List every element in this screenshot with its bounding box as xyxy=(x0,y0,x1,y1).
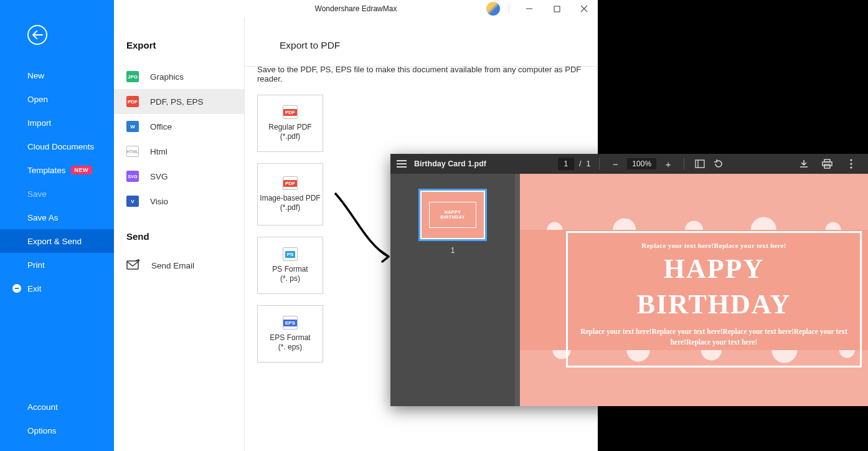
svg-icon: SVG xyxy=(126,171,139,182)
thumbnail-number: 1 xyxy=(451,246,455,255)
visio-icon: V xyxy=(126,196,139,207)
zoom-level[interactable]: 100% xyxy=(627,158,656,169)
svg-point-16 xyxy=(850,159,852,161)
pdf-file-icon: PDF xyxy=(283,105,298,119)
tile-image-based-pdf[interactable]: PDF Image-based PDF(*.pdf) xyxy=(257,163,323,226)
window-buttons xyxy=(486,0,598,17)
pdf-file-icon: PDF xyxy=(283,176,298,190)
cat-svg[interactable]: SVGSVG xyxy=(114,164,244,189)
print-icon[interactable] xyxy=(821,157,834,171)
nav-exit[interactable]: Exit xyxy=(0,277,114,300)
nav-open[interactable]: Open xyxy=(0,87,114,111)
page-number-input[interactable]: 1 xyxy=(558,158,574,170)
fit-page-icon[interactable] xyxy=(693,157,707,171)
ornament-top xyxy=(520,174,868,230)
card-h1: HAPPY xyxy=(579,253,849,285)
export-category-panel: Export JPGGraphics PDFPDF, PS, EPS WOffi… xyxy=(114,17,245,451)
export-to-pdf-heading: Export to PDF xyxy=(245,17,598,51)
nav-options[interactable]: Options xyxy=(0,419,114,442)
ps-file-icon: PS xyxy=(283,247,298,261)
svg-point-18 xyxy=(850,166,852,168)
exit-icon xyxy=(12,284,21,293)
nav-print[interactable]: Print xyxy=(0,253,114,277)
pdf-viewer-window: Birthday Card 1.pdf 1 / 1 − 100% + xyxy=(390,154,868,406)
nav-new[interactable]: New xyxy=(0,64,114,87)
pdf-page-area[interactable]: Replace your text here!Replace your text… xyxy=(515,174,868,406)
page-separator: / xyxy=(579,159,581,168)
send-email[interactable]: Send Email xyxy=(114,253,244,278)
tile-ps-format[interactable]: PS PS Format(*. ps) xyxy=(257,237,323,294)
pdf-thumbnail[interactable]: HAPPYBIRTHDAY xyxy=(418,189,487,241)
nav-save[interactable]: Save xyxy=(0,182,114,206)
cat-pdf-ps-eps[interactable]: PDFPDF, PS, EPS xyxy=(114,89,244,114)
more-icon[interactable] xyxy=(844,157,858,171)
new-badge: NEW xyxy=(71,166,93,174)
page-total: 1 xyxy=(586,159,590,168)
cat-office[interactable]: WOffice xyxy=(114,114,244,139)
sidebar: New Open Import Cloud Documents Template… xyxy=(0,0,114,451)
zoom-out-button[interactable]: − xyxy=(608,157,622,171)
word-icon: W xyxy=(126,121,139,132)
svg-rect-15 xyxy=(824,164,830,168)
hamburger-icon[interactable] xyxy=(397,160,407,168)
nav-account[interactable]: Account xyxy=(0,395,114,419)
svg-point-17 xyxy=(850,163,852,164)
close-button[interactable] xyxy=(570,0,598,17)
cat-html[interactable]: HTMLHtml xyxy=(114,139,244,164)
download-icon[interactable] xyxy=(797,157,811,171)
back-button[interactable] xyxy=(27,25,47,45)
divider xyxy=(245,66,598,67)
svg-rect-1 xyxy=(554,6,560,12)
pdf-filename: Birthday Card 1.pdf xyxy=(414,159,486,168)
eps-file-icon: EPS xyxy=(283,316,298,330)
pdf-thumbnail-panel: HAPPYBIRTHDAY 1 xyxy=(390,174,515,406)
rotate-icon[interactable] xyxy=(712,157,725,171)
export-description: Save to the PDF, PS, EPS file to make th… xyxy=(245,51,598,83)
nav-templates[interactable]: TemplatesNEW xyxy=(0,158,114,182)
svg-rect-10 xyxy=(127,261,138,269)
maximize-button[interactable] xyxy=(543,0,570,17)
pdf-page: Replace your text here!Replace your text… xyxy=(520,174,868,406)
pdf-toolbar: Birthday Card 1.pdf 1 / 1 − 100% + xyxy=(390,154,868,174)
card-top-text: Replace your text here!Replace your text… xyxy=(579,242,849,249)
zoom-in-button[interactable]: + xyxy=(661,157,675,171)
send-heading: Send xyxy=(114,214,244,253)
separator xyxy=(509,3,509,14)
card-frame: Replace your text here!Replace your text… xyxy=(566,231,862,368)
tile-regular-pdf[interactable]: PDF Regular PDF(*.pdf) xyxy=(257,95,323,152)
export-heading: Export xyxy=(114,40,244,64)
svg-rect-11 xyxy=(696,160,704,168)
nav-export-send[interactable]: Export & Send xyxy=(0,229,114,253)
jpg-icon: JPG xyxy=(126,71,139,82)
nav-import[interactable]: Import xyxy=(0,111,114,135)
nav-cloud-documents[interactable]: Cloud Documents xyxy=(0,135,114,158)
cat-graphics[interactable]: JPGGraphics xyxy=(114,64,244,89)
pdf-icon: PDF xyxy=(126,96,139,107)
minimize-button[interactable] xyxy=(516,0,543,17)
cat-visio[interactable]: VVisio xyxy=(114,189,244,214)
html-icon: HTML xyxy=(126,146,139,157)
mail-icon xyxy=(126,259,140,272)
svg-rect-14 xyxy=(823,162,832,166)
app-title: Wondershare EdrawMax xyxy=(315,4,397,13)
nav-save-as[interactable]: Save As xyxy=(0,206,114,229)
card-sub-text: Replace your text here!Replace your text… xyxy=(579,326,849,347)
avatar[interactable] xyxy=(486,2,500,16)
tile-eps-format[interactable]: EPS EPS Format(*. eps) xyxy=(257,305,323,363)
card-h2: BIRTHDAY xyxy=(579,288,849,320)
